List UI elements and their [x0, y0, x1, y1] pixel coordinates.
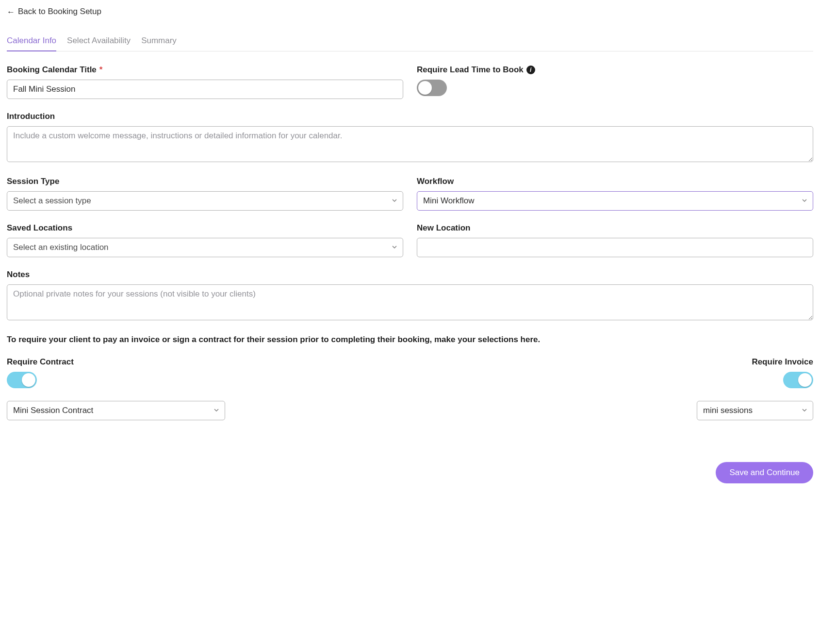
session-type-select[interactable]: Select a session type — [7, 191, 403, 211]
tab-summary[interactable]: Summary — [141, 36, 177, 51]
toggle-knob — [798, 373, 812, 387]
info-icon[interactable]: i — [526, 66, 535, 74]
invoice-select[interactable]: mini sessions — [697, 401, 813, 420]
require-invoice-toggle[interactable] — [783, 372, 813, 388]
contract-select[interactable]: Mini Session Contract — [7, 401, 225, 420]
notes-label: Notes — [7, 270, 813, 280]
tabs: Calendar Info Select Availability Summar… — [7, 36, 813, 51]
back-link-text: Back to Booking Setup — [18, 7, 101, 17]
back-link[interactable]: ← Back to Booking Setup — [7, 7, 101, 17]
booking-title-input[interactable] — [7, 80, 403, 99]
arrow-left-icon: ← — [7, 8, 15, 16]
session-type-label: Session Type — [7, 177, 403, 186]
introduction-textarea[interactable] — [7, 126, 813, 162]
calendar-info-form: Booking Calendar Title* Require Lead Tim… — [7, 65, 813, 483]
tab-select-availability[interactable]: Select Availability — [67, 36, 131, 51]
toggle-knob — [22, 373, 35, 387]
introduction-label: Introduction — [7, 112, 813, 121]
save-continue-button[interactable]: Save and Continue — [716, 462, 813, 483]
lead-time-label: Require Lead Time to Book i — [417, 65, 813, 75]
title-label: Booking Calendar Title* — [7, 65, 403, 75]
require-helper-text: To require your client to pay an invoice… — [7, 335, 813, 345]
workflow-select[interactable]: Mini Workflow — [417, 191, 813, 211]
saved-locations-label: Saved Locations — [7, 223, 403, 233]
require-contract-toggle[interactable] — [7, 372, 37, 388]
workflow-label: Workflow — [417, 177, 813, 186]
tab-calendar-info[interactable]: Calendar Info — [7, 36, 56, 51]
notes-textarea[interactable] — [7, 284, 813, 320]
require-contract-label: Require Contract — [7, 357, 403, 367]
lead-time-toggle[interactable] — [417, 80, 447, 96]
saved-locations-select[interactable]: Select an existing location — [7, 238, 403, 257]
new-location-label: New Location — [417, 223, 813, 233]
toggle-knob — [418, 81, 432, 95]
new-location-input[interactable] — [417, 238, 813, 257]
require-invoice-label: Require Invoice — [417, 357, 813, 367]
